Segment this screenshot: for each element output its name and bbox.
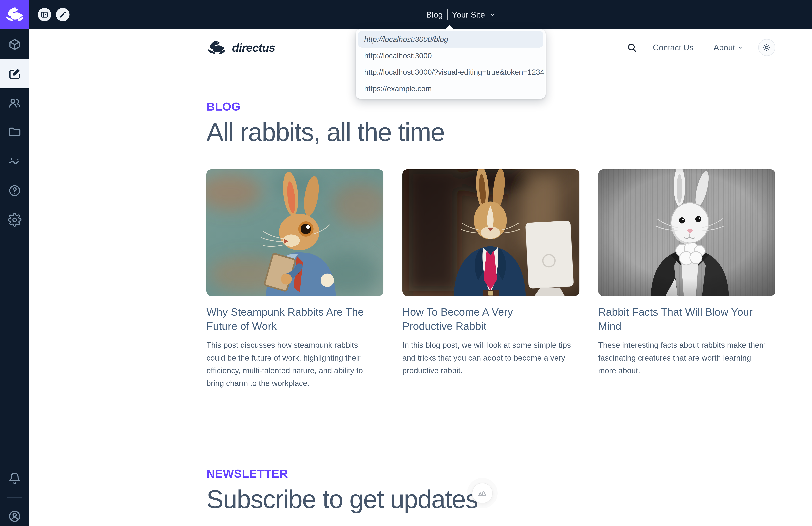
newsletter-eyebrow: NEWSLETTER bbox=[206, 467, 775, 480]
module-bar-bottom bbox=[0, 464, 29, 526]
post-image-steampunk-rabbit bbox=[206, 169, 383, 296]
directus-rabbit-icon bbox=[4, 7, 25, 23]
content-box-icon bbox=[8, 38, 21, 52]
dropdown-caret bbox=[445, 25, 453, 29]
sun-icon bbox=[762, 43, 771, 52]
nav-link-about[interactable]: About bbox=[714, 43, 743, 52]
module-content[interactable] bbox=[0, 30, 29, 59]
module-files[interactable] bbox=[0, 118, 29, 147]
nuxt-mountains-icon bbox=[477, 488, 488, 498]
page-site-selector[interactable]: Blog Your Site bbox=[426, 0, 496, 29]
chevron-down-icon bbox=[738, 45, 743, 50]
url-dropdown-menu: http://localhost:3000/blog http://localh… bbox=[356, 29, 546, 99]
post-card[interactable]: Why Steampunk Rabbits Are The Future of … bbox=[206, 169, 383, 390]
post-description: This post discusses how steampunk rabbit… bbox=[206, 339, 378, 390]
chevron-down-icon bbox=[489, 11, 496, 18]
post-title[interactable]: Why Steampunk Rabbits Are The Future of … bbox=[206, 305, 369, 333]
edit-pencil-square-icon bbox=[8, 67, 21, 81]
nav-link-contact[interactable]: Contact Us bbox=[653, 43, 694, 52]
post-description: These interesting facts about rabbits ma… bbox=[598, 339, 770, 377]
topbar-left-actions bbox=[38, 0, 70, 29]
directus-rabbit-icon bbox=[206, 40, 227, 55]
module-visual-editor[interactable] bbox=[0, 59, 29, 88]
pencil-icon bbox=[59, 11, 67, 19]
theme-toggle-button[interactable] bbox=[758, 39, 775, 56]
post-card[interactable]: Rabbit Facts That Will Blow Your Mind Th… bbox=[598, 169, 775, 390]
directus-logo-button[interactable] bbox=[0, 0, 29, 29]
url-option[interactable]: http://localhost:3000 bbox=[358, 47, 543, 64]
account-circle-icon bbox=[8, 509, 21, 523]
app-window: Blog Your Site 1860 × 1020 100% bbox=[0, 0, 812, 526]
module-insights[interactable] bbox=[0, 147, 29, 176]
title-separator bbox=[447, 10, 448, 20]
module-bar bbox=[0, 0, 29, 526]
post-image-productive-rabbit bbox=[403, 169, 579, 296]
notifications-button[interactable] bbox=[0, 464, 29, 493]
help-question-icon bbox=[8, 184, 21, 198]
panel-collapse-icon bbox=[41, 11, 48, 19]
url-option[interactable]: http://localhost:3000/?visual-editing=tr… bbox=[358, 64, 543, 81]
site-logo[interactable]: directus bbox=[206, 40, 275, 55]
post-card[interactable]: How To Become A Very Productive Rabbit I… bbox=[403, 169, 579, 390]
module-nav bbox=[0, 30, 29, 234]
topbar: Blog Your Site 1860 × 1020 100% bbox=[29, 0, 812, 29]
site-preview-frame: directus Contact Us About bbox=[29, 29, 812, 526]
account-button[interactable] bbox=[0, 502, 29, 526]
insights-sparkline-icon bbox=[8, 155, 21, 169]
post-title[interactable]: Rabbit Facts That Will Blow Your Mind bbox=[598, 305, 761, 333]
edit-mode-button[interactable] bbox=[56, 8, 70, 21]
blog-heading: All rabbits, all the time bbox=[206, 117, 775, 147]
post-cards: Why Steampunk Rabbits Are The Future of … bbox=[206, 169, 775, 390]
search-icon[interactable] bbox=[627, 42, 637, 53]
post-image-victorian-rabbit bbox=[598, 169, 775, 296]
url-option[interactable]: http://localhost:3000/blog bbox=[358, 31, 543, 47]
post-description: In this blog post, we will look at some … bbox=[403, 339, 574, 377]
users-icon bbox=[8, 96, 21, 110]
url-option[interactable]: https://example.com bbox=[358, 81, 543, 97]
site-nav: Contact Us About bbox=[627, 39, 775, 56]
folder-icon bbox=[8, 125, 21, 139]
blog-eyebrow: BLOG bbox=[206, 100, 775, 113]
site-label: Your Site bbox=[452, 10, 485, 19]
post-title[interactable]: How To Become A Very Productive Rabbit bbox=[403, 305, 565, 333]
module-help[interactable] bbox=[0, 176, 29, 205]
page-label: Blog bbox=[426, 10, 443, 19]
gear-icon bbox=[8, 213, 21, 227]
blog-section: BLOG All rabbits, all the time bbox=[206, 100, 775, 390]
module-users[interactable] bbox=[0, 88, 29, 118]
collapse-sidebar-button[interactable] bbox=[38, 8, 51, 21]
module-settings[interactable] bbox=[0, 205, 29, 234]
bell-icon bbox=[8, 472, 21, 485]
sidebar-divider bbox=[7, 497, 22, 498]
nuxt-devtools-badge[interactable] bbox=[472, 483, 493, 503]
site-brand-wordmark: directus bbox=[232, 41, 275, 54]
